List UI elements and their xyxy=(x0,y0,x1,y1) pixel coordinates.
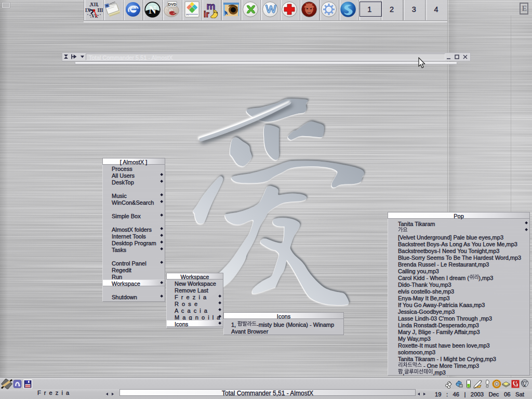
svg-text:N: N xyxy=(149,4,156,15)
svg-text:DVD: DVD xyxy=(168,2,176,7)
svg-text:ir: ir xyxy=(204,10,209,18)
svg-text:g: g xyxy=(524,383,526,388)
svg-text:III: III xyxy=(97,8,103,13)
svg-text:XII: XII xyxy=(90,2,98,7)
